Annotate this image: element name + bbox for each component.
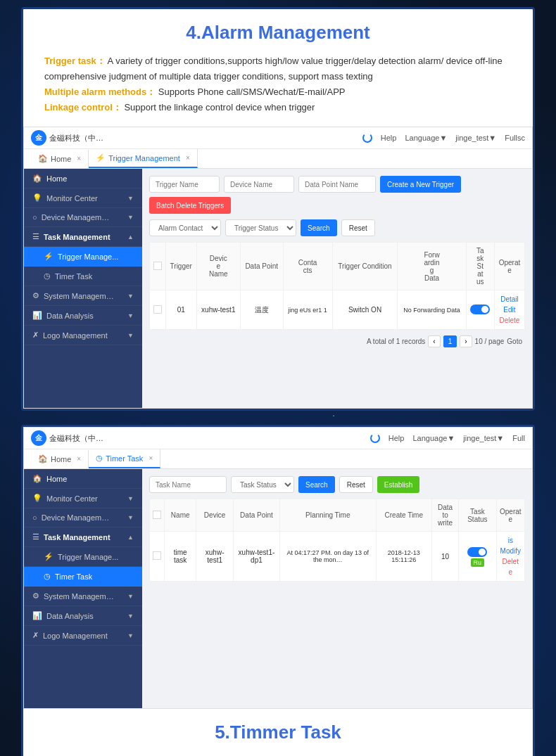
ui2-tab-home[interactable]: 🏠 Home ×: [31, 450, 89, 468]
ui2-detail-link[interactable]: is: [500, 535, 522, 546]
ui2-tab-timer-close[interactable]: ×: [149, 454, 153, 462]
ui2-sidebar-timer[interactable]: ◷ Timer Task: [24, 567, 142, 587]
reset-button[interactable]: Reset: [341, 219, 375, 236]
ui2-tab-home-close[interactable]: ×: [77, 455, 81, 463]
trigger-name-input[interactable]: [149, 176, 220, 193]
row-task-status: [466, 290, 494, 330]
edit-link[interactable]: Edit: [498, 305, 522, 315]
forwarding-text: No Forwarding Data: [403, 307, 460, 314]
device-name-input[interactable]: [224, 176, 294, 193]
alarm-contact-select[interactable]: Alarm Contact: [149, 219, 221, 236]
ui2-select-all[interactable]: [153, 511, 161, 519]
ui2-modify-link[interactable]: Modify: [500, 546, 522, 556]
row-operate: Detail Edit Delete: [494, 290, 524, 330]
ui2-home-icon-sidebar: 🏠: [32, 474, 42, 483]
ui2-sidebar-home[interactable]: 🏠 Home: [24, 469, 142, 489]
ui2-device-expand: ▼: [127, 514, 134, 521]
ui2-topbar: 金 金磁科技（中… Help Language▼ jinge_test▼ Ful…: [24, 428, 532, 449]
ui2-search-button[interactable]: Search: [298, 476, 335, 493]
ui1-help[interactable]: Help: [381, 134, 397, 142]
ui2-col-create: Create Time: [376, 499, 431, 532]
sidebar-item-system[interactable]: ⚙ System Managem… ▼: [24, 286, 142, 306]
ui2-timer-sidebar-icon: ◷: [44, 572, 51, 581]
ui2-sidebar-timer-label: Timer Task: [55, 572, 92, 581]
ui2-task-toggle[interactable]: [467, 547, 487, 557]
task-name-input[interactable]: [149, 476, 227, 493]
ui1-tab-trigger[interactable]: ⚡ Trigger Management ×: [89, 149, 198, 168]
logo-expand-icon: ▼: [127, 332, 134, 339]
ui2-sidebar-task[interactable]: ☰ Task Management ▲: [24, 527, 142, 547]
ui2-sidebar-logo[interactable]: ✗ Logo Management ▼: [24, 626, 142, 646]
sidebar-timer-label: Timer Task: [55, 272, 92, 281]
col-task-status: TaskStatus: [466, 243, 494, 290]
timer-ui-screenshot: 金 金磁科技（中… Help Language▼ jinge_test▼ Ful…: [23, 427, 533, 709]
ui2-data-expand: ▼: [127, 613, 134, 620]
ui2-sidebar-device[interactable]: ○ Device Managem… ▼: [24, 508, 142, 527]
task-status-select[interactable]: Task Status: [231, 476, 294, 493]
ui2-row-select[interactable]: [153, 551, 161, 560]
sidebar-item-task[interactable]: ☰ Task Management ▲: [24, 227, 142, 247]
sidebar-item-monitor[interactable]: 💡 Monitor Center ▼: [24, 188, 142, 208]
page1-btn[interactable]: 1: [443, 335, 457, 347]
ui2-sidebar-trigger[interactable]: ⚡ Trigger Manage...: [24, 547, 142, 567]
select-all-checkbox[interactable]: [153, 262, 162, 270]
next-page-btn[interactable]: ›: [460, 335, 472, 347]
create-trigger-button[interactable]: Create a New Trigger: [380, 176, 461, 193]
ui1-pagination: A total of 1 records ‹ 1 › 10 / page Got…: [149, 330, 525, 353]
ui2-delete-link[interactable]: Delet e: [500, 556, 522, 577]
alarm-section-title: 4.Alarm Management: [23, 9, 533, 53]
sidebar-item-home[interactable]: 🏠 Home: [24, 169, 142, 188]
ui2-fullscreen[interactable]: Full: [512, 434, 525, 442]
ui2-user[interactable]: jinge_test▼: [463, 434, 504, 442]
ui1-language[interactable]: Language▼: [405, 134, 447, 142]
ui2-sidebar-device-label: Device Managem…: [42, 513, 110, 522]
ui1-table: Trigger DeviceName Data Point Contacts T…: [149, 242, 525, 330]
col-data-point: Data Point: [240, 243, 283, 290]
ui2-logo-icon: ✗: [32, 631, 39, 640]
trigger-status-select[interactable]: Trigger Status: [225, 219, 296, 236]
ui2-sidebar-system-label: System Managem…: [44, 592, 114, 601]
data-expand-icon: ▼: [127, 312, 134, 319]
ui1-tab-home[interactable]: 🏠 Home ×: [31, 150, 89, 167]
task-status-toggle[interactable]: [470, 305, 490, 314]
data-point-input[interactable]: [298, 176, 376, 193]
ui2-trigger-icon: ⚡: [44, 552, 53, 561]
row-select-checkbox[interactable]: [153, 305, 162, 314]
row-condition: Switch ON: [332, 290, 398, 330]
ui1-sidebar: 🏠 Home 💡 Monitor Center ▼ ○ Device Manag…: [24, 169, 142, 408]
ui1-topbar: 金 金磁科技（中… Help Language▼ jinge_test▼ Ful…: [24, 127, 532, 149]
sidebar-item-device[interactable]: ○ Device Managem… ▼: [24, 208, 142, 227]
ui2-sidebar-data[interactable]: 📊 Data Analysis ▼: [24, 606, 142, 626]
timer-task-section: 金 金磁科技（中… Help Language▼ jinge_test▼ Ful…: [21, 425, 535, 756]
ui2-table: Name Device Data Point Planning Time Cre…: [149, 499, 525, 582]
task-icon: ☰: [32, 232, 39, 241]
sidebar-item-data[interactable]: 📊 Data Analysis ▼: [24, 306, 142, 326]
detail-link[interactable]: Detail: [498, 294, 522, 305]
ui2-monitor-expand: ▼: [127, 495, 134, 502]
sidebar-item-trigger[interactable]: ⚡ Trigger Manage...: [24, 247, 142, 267]
ui2-language[interactable]: Language▼: [412, 434, 455, 442]
ui2-reset-button[interactable]: Reset: [339, 476, 373, 493]
row-forwarding: No Forwarding Data: [398, 290, 466, 330]
ui1-tab-home-close[interactable]: ×: [77, 155, 81, 162]
sidebar-item-timer[interactable]: ◷ Timer Task: [24, 267, 142, 286]
prev-page-btn[interactable]: ‹: [428, 335, 440, 347]
ui2-col-name: Name: [165, 499, 196, 532]
search-button[interactable]: Search: [301, 219, 337, 236]
ui1-user[interactable]: jinge_test▼: [455, 134, 496, 142]
ui1-fullscreen[interactable]: Fullsc: [505, 134, 525, 142]
ui2-sidebar-monitor[interactable]: 💡 Monitor Center ▼: [24, 489, 142, 508]
ui1-logo: 金 金磁科技（中…: [31, 130, 103, 146]
ui2-data-icon: 📊: [32, 611, 42, 620]
linkage-label: Linkage control：: [44, 102, 122, 113]
ui1-tab-trigger-close[interactable]: ×: [186, 154, 190, 162]
per-page-select[interactable]: 10 / page: [475, 338, 505, 345]
delete-link[interactable]: Delete: [498, 315, 522, 326]
ui2-col-data-point: Data Point: [233, 499, 279, 532]
batch-delete-button[interactable]: Batch Delete Triggers: [149, 197, 231, 214]
ui2-help[interactable]: Help: [388, 434, 405, 442]
ui2-sidebar-system[interactable]: ⚙ System Managem… ▼: [24, 587, 142, 606]
establish-button[interactable]: Establish: [377, 476, 420, 493]
sidebar-item-logo[interactable]: ✗ Logo Management ▼: [24, 326, 142, 345]
ui2-tab-timer[interactable]: ◷ Timer Task ×: [89, 449, 160, 468]
